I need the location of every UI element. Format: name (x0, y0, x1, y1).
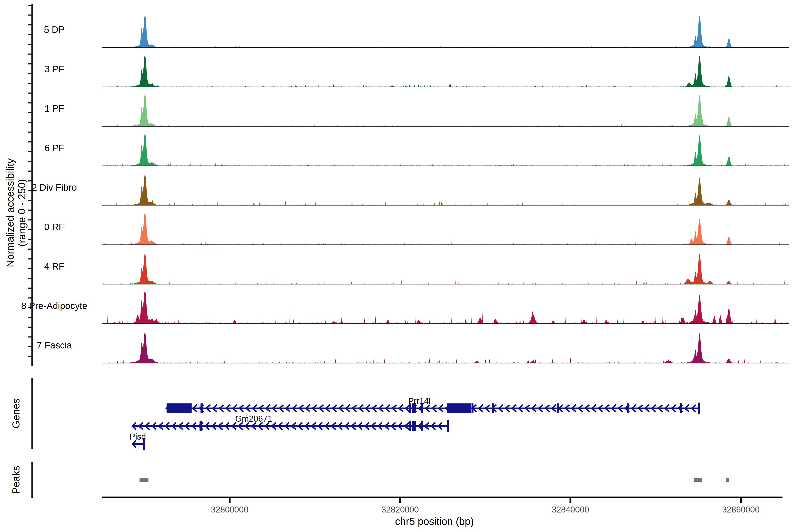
x-axis-tick-label: 32840000 (552, 505, 589, 514)
coverage-track-row-6-pf: 6 PF (44, 134, 789, 166)
transcript-end-bar (698, 402, 700, 414)
coverage-track-row-7-fascia: 7 Fascia (37, 331, 789, 363)
x-axis-tick-label: 32800000 (211, 505, 248, 514)
x-axis: 32800000328200003284000032860000 (102, 497, 782, 514)
coverage-signal-5-dp (102, 16, 789, 48)
coverage-signal-8-pre-adipocyte (102, 292, 789, 324)
genome-coverage-figure: 5 DP3 PF1 PF6 PF2 Div Fibro0 RF4 RF8 Pre… (0, 0, 798, 532)
coverage-track-row-1-pf: 1 PF (44, 95, 789, 126)
coverage-track-row-8-pre-adipocyte: 8 Pre-Adipocyte (21, 292, 789, 324)
coverage-signal-1-pf (102, 95, 789, 126)
gene-models: Prr14lGm20671Pisd (130, 396, 700, 450)
track-label-7-fascia: 7 Fascia (37, 340, 72, 350)
x-axis-tick-label: 32860000 (722, 505, 759, 514)
coverage-tracks: 5 DP3 PF1 PF6 PF2 Div Fibro0 RF4 RF8 Pre… (21, 16, 789, 363)
exon-tick (412, 421, 416, 431)
coverage-signal-4-rf (102, 253, 789, 284)
coverage-signal-0-rf (102, 213, 789, 245)
exon-tick (409, 421, 411, 431)
coverage-signal-6-pf (102, 134, 789, 166)
coverage-plot-canvas: 5 DP3 PF1 PF6 PF2 Div Fibro0 RF4 RF8 Pre… (0, 0, 798, 532)
track-label-3-pf: 3 PF (44, 64, 64, 74)
gene-model-pisd: Pisd (130, 432, 146, 450)
track-label-0-rf: 0 RF (44, 222, 64, 232)
gene-label-prr14l: Prr14l (408, 396, 431, 406)
coverage-signal-7-fascia (102, 331, 789, 363)
track-label-2-div-fibro: 2 Div Fibro (32, 182, 77, 193)
y-axis-label-line2: (range 0 - 250) (16, 179, 27, 247)
peak-boxes (140, 478, 729, 482)
coverage-track-row-0-rf: 0 RF (44, 213, 789, 245)
atac-peak-box (140, 478, 149, 482)
coverage-track-row-2-div-fibro: 2 Div Fibro (32, 174, 789, 205)
gene-label-pisd: Pisd (130, 432, 146, 441)
exon-tick (492, 403, 494, 413)
x-axis-title: chr5 position (bp) (395, 516, 474, 527)
coverage-track-row-3-pf: 3 PF (44, 55, 789, 87)
coverage-track-row-5-dp: 5 DP (44, 16, 789, 48)
x-axis-tick-label: 32820000 (381, 505, 419, 514)
exon-tick (557, 403, 558, 413)
peaks-section-label: Peaks (10, 466, 22, 494)
transcript-end-bar (446, 420, 449, 432)
gene-model-prr14l: Prr14l (167, 396, 700, 414)
exon-tick (421, 421, 423, 431)
track-label-4-rf: 4 RF (44, 261, 64, 271)
exon-tick (472, 403, 474, 413)
track-label-8-pre-adipocyte: 8 Pre-Adipocyte (21, 301, 88, 311)
track-label-1-pf: 1 PF (44, 103, 64, 114)
exon-tick (627, 403, 629, 413)
exon-box (201, 403, 203, 413)
coverage-signal-3-pf (102, 55, 789, 87)
atac-peak-box (726, 478, 729, 482)
genes-section-label: Genes (10, 398, 22, 429)
exon-tick (200, 421, 202, 431)
gene-model-gm20671: Gm20671 (132, 414, 449, 432)
exon-box (167, 403, 192, 413)
exon-tick (680, 403, 682, 413)
atac-peak-box (694, 478, 702, 482)
coverage-track-row-4-rf: 4 RF (44, 253, 789, 284)
coverage-signal-2-div-fibro (102, 174, 789, 205)
exon-box (447, 403, 472, 413)
track-label-5-dp: 5 DP (44, 24, 64, 35)
y-axis-label-line1: Normalized accessibility (4, 158, 16, 267)
gene-label-gm20671: Gm20671 (235, 414, 272, 423)
track-label-6-pf: 6 PF (44, 143, 64, 153)
axis-brackets (28, 4, 32, 498)
